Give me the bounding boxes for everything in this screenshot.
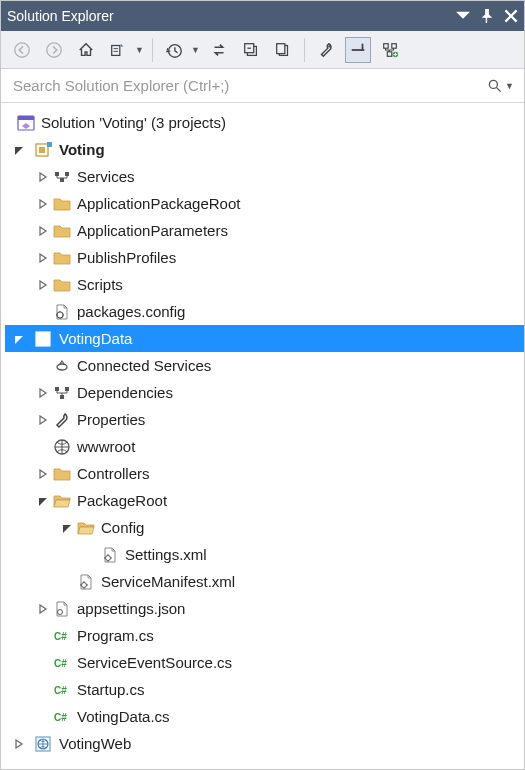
forward-button[interactable] <box>41 37 67 63</box>
chevron-right-icon[interactable] <box>35 196 51 212</box>
tree-item-label: Properties <box>77 411 145 428</box>
svg-rect-29 <box>55 387 59 391</box>
project-votingweb[interactable]: VotingWeb <box>5 730 524 757</box>
tree-item-label: wwwroot <box>77 438 135 455</box>
window-menu-icon[interactable] <box>456 9 470 23</box>
folder-open-icon <box>51 490 73 512</box>
show-all-files-button[interactable] <box>270 37 296 63</box>
tree-item-label: Program.cs <box>77 627 154 644</box>
tree-item-settings-xml[interactable]: Settings.xml <box>5 541 524 568</box>
chevron-right-icon[interactable] <box>35 277 51 293</box>
view-class-diagram-button[interactable] <box>377 37 403 63</box>
tree-item-config[interactable]: Config <box>5 514 524 541</box>
tree-item-packages-config[interactable]: packages.config <box>5 298 524 325</box>
svg-rect-19 <box>18 116 34 120</box>
solution-tree[interactable]: Solution 'Voting' (3 projects) Voting Se… <box>1 103 524 769</box>
folder-icon <box>51 463 73 485</box>
project-votingdata[interactable]: VotingData <box>5 325 524 352</box>
tree-item-publish-profiles[interactable]: PublishProfiles <box>5 244 524 271</box>
tree-item-label: Services <box>77 168 135 185</box>
tree-item-packageroot[interactable]: PackageRoot <box>5 487 524 514</box>
tree-item-label: ServiceManifest.xml <box>101 573 235 590</box>
tree-item-app-parameters[interactable]: ApplicationParameters <box>5 217 524 244</box>
dependencies-icon <box>51 382 73 404</box>
chevron-right-icon[interactable] <box>35 250 51 266</box>
tree-item-votingdata-cs[interactable]: C# VotingData.cs <box>5 703 524 730</box>
tree-item-label: ApplicationParameters <box>77 222 228 239</box>
sync-button[interactable] <box>206 37 232 63</box>
tree-item-service-event-source-cs[interactable]: C# ServiceEventSource.cs <box>5 649 524 676</box>
chevron-right-icon[interactable] <box>35 601 51 617</box>
csharp-file-icon: C# <box>51 625 73 647</box>
tree-item-label: PublishProfiles <box>77 249 176 266</box>
chevron-right-icon[interactable] <box>35 169 51 185</box>
tree-item-program-cs[interactable]: C# Program.cs <box>5 622 524 649</box>
chevron-down-icon[interactable] <box>11 142 27 158</box>
svg-rect-25 <box>60 178 64 182</box>
scope-dropdown-icon[interactable]: ▼ <box>135 45 144 55</box>
tree-item-service-manifest[interactable]: ServiceManifest.xml <box>5 568 524 595</box>
back-button[interactable] <box>9 37 35 63</box>
references-icon <box>51 166 73 188</box>
tree-item-properties[interactable]: Properties <box>5 406 524 433</box>
search-bar: ▼ <box>1 69 524 103</box>
solution-node[interactable]: Solution 'Voting' (3 projects) <box>5 109 524 136</box>
history-dropdown-icon[interactable]: ▼ <box>191 45 200 55</box>
tree-item-label: ServiceEventSource.cs <box>77 654 232 671</box>
tree-item-label: Settings.xml <box>125 546 207 563</box>
tree-item-appsettings[interactable]: appsettings.json <box>5 595 524 622</box>
search-input[interactable] <box>11 76 487 95</box>
tree-item-label: Startup.cs <box>77 681 145 698</box>
tree-item-label: Scripts <box>77 276 123 293</box>
svg-rect-22 <box>47 142 52 147</box>
tree-item-startup-cs[interactable]: C# Startup.cs <box>5 676 524 703</box>
project-label: VotingWeb <box>59 735 131 752</box>
tree-item-label: Config <box>101 519 144 536</box>
svg-point-1 <box>47 42 61 56</box>
chevron-down-icon[interactable] <box>59 520 75 536</box>
xml-file-icon <box>75 571 97 593</box>
home-button[interactable] <box>73 37 99 63</box>
csharp-file-icon: C# <box>51 679 73 701</box>
panel-title: Solution Explorer <box>7 8 456 24</box>
close-icon[interactable] <box>504 9 518 23</box>
svg-rect-13 <box>384 43 389 48</box>
tree-item-label: packages.config <box>77 303 185 320</box>
tree-item-services[interactable]: Services <box>5 163 524 190</box>
config-file-icon <box>51 301 73 323</box>
chevron-down-icon[interactable] <box>11 331 27 347</box>
svg-point-10 <box>328 45 330 47</box>
scope-button[interactable] <box>105 37 131 63</box>
project-label: Voting <box>59 141 105 158</box>
tree-item-app-package-root[interactable]: ApplicationPackageRoot <box>5 190 524 217</box>
folder-icon <box>51 247 73 269</box>
project-voting[interactable]: Voting <box>5 136 524 163</box>
chevron-down-icon[interactable] <box>35 493 51 509</box>
tree-item-wwwroot[interactable]: wwwroot <box>5 433 524 460</box>
tree-item-label: PackageRoot <box>77 492 167 509</box>
svg-point-0 <box>15 42 29 56</box>
tree-item-dependencies[interactable]: Dependencies <box>5 379 524 406</box>
history-button[interactable] <box>161 37 187 63</box>
preview-button[interactable] <box>345 37 371 63</box>
tree-item-controllers[interactable]: Controllers <box>5 460 524 487</box>
folder-icon <box>51 220 73 242</box>
chevron-right-icon[interactable] <box>11 736 27 752</box>
tree-item-scripts[interactable]: Scripts <box>5 271 524 298</box>
chevron-right-icon[interactable] <box>35 385 51 401</box>
svg-rect-4 <box>114 50 119 51</box>
csharp-file-icon: C# <box>51 706 73 728</box>
chevron-right-icon[interactable] <box>35 412 51 428</box>
titlebar: Solution Explorer <box>1 1 524 31</box>
svg-text:C#: C# <box>54 712 67 723</box>
search-icon[interactable]: ▼ <box>487 78 514 94</box>
collapse-all-button[interactable] <box>238 37 264 63</box>
properties-button[interactable] <box>313 37 339 63</box>
tree-item-connected-services[interactable]: Connected Services <box>5 352 524 379</box>
chevron-right-icon[interactable] <box>35 466 51 482</box>
pin-icon[interactable] <box>480 9 494 23</box>
chevron-right-icon[interactable] <box>35 223 51 239</box>
toolbar: ▼ ▼ <box>1 31 524 69</box>
svg-rect-12 <box>361 43 363 50</box>
json-file-icon <box>51 598 73 620</box>
